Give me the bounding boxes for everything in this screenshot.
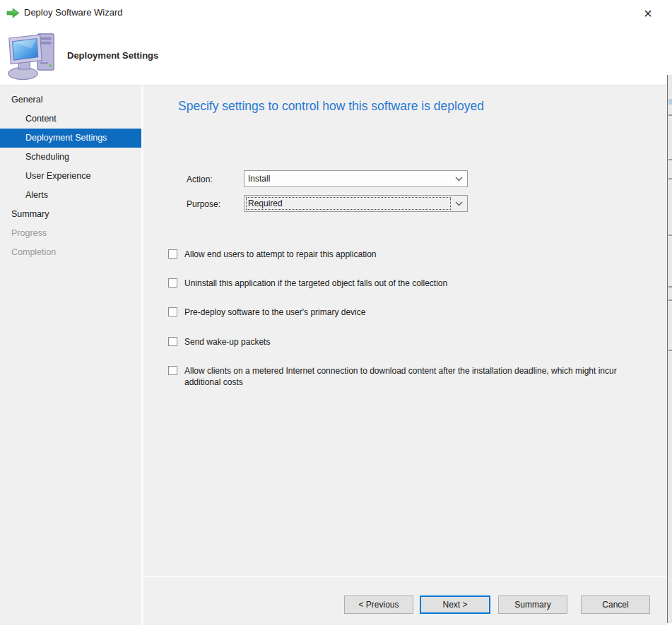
- deployment-settings-panel: Specify settings to control how this sof…: [143, 85, 667, 576]
- computer-icon: [6, 31, 61, 81]
- deploy-software-wizard-window: Deploy Software Wizard ✕ Deployment Sett…: [0, 0, 672, 628]
- chevron-down-icon: [455, 177, 463, 182]
- panel-heading: Specify settings to control how this sof…: [178, 99, 484, 114]
- metered-checkbox-row: Allow clients on a metered Internet conn…: [168, 365, 644, 388]
- background-window-strip: [667, 75, 672, 623]
- sidebar-item-completion: Completion: [0, 243, 141, 262]
- predeploy-checkbox[interactable]: [168, 307, 177, 316]
- summary-button[interactable]: Summary: [498, 596, 567, 614]
- title-bar: Deploy Software Wizard ✕: [0, 0, 667, 27]
- repair-checkbox-row: Allow end users to attempt to repair thi…: [168, 249, 376, 260]
- action-value: Install: [248, 174, 270, 184]
- wizard-header: Deployment Settings: [0, 27, 667, 85]
- wakeup-checkbox[interactable]: [168, 337, 177, 346]
- repair-checkbox[interactable]: [168, 249, 177, 259]
- action-label: Action:: [187, 174, 213, 184]
- uninstall-checkbox[interactable]: [168, 278, 177, 288]
- purpose-value: Required: [248, 199, 283, 208]
- sidebar-item-progress: Progress: [0, 224, 141, 243]
- footer-bar: < Previous Next > Summary Cancel: [143, 577, 667, 625]
- metered-checkbox[interactable]: [168, 366, 177, 375]
- cancel-button[interactable]: Cancel: [581, 596, 650, 614]
- sidebar-item-general[interactable]: General: [0, 90, 141, 109]
- sidebar-item-summary[interactable]: Summary: [0, 205, 141, 224]
- sidebar-item-content[interactable]: Content: [0, 109, 141, 129]
- predeploy-checkbox-row: Pre-deploy software to the user's primar…: [168, 307, 365, 318]
- repair-checkbox-label: Allow end users to attempt to repair thi…: [184, 249, 376, 260]
- window-title: Deploy Software Wizard: [24, 7, 122, 18]
- chevron-down-icon: [455, 201, 463, 206]
- wakeup-checkbox-label: Send wake-up packets: [184, 336, 270, 348]
- wizard-steps-sidebar: General Content Deployment Settings Sche…: [0, 85, 141, 625]
- page-title: Deployment Settings: [67, 50, 158, 61]
- wakeup-checkbox-row: Send wake-up packets: [168, 336, 270, 348]
- uninstall-checkbox-label: Uninstall this application if the target…: [184, 278, 447, 289]
- action-dropdown[interactable]: Install: [244, 170, 468, 187]
- predeploy-checkbox-label: Pre-deploy software to the user's primar…: [184, 307, 365, 318]
- sidebar-item-scheduling[interactable]: Scheduling: [0, 148, 141, 167]
- sidebar-item-alerts[interactable]: Alerts: [0, 186, 141, 205]
- background-window-edge: [667, 0, 672, 628]
- next-button[interactable]: Next >: [420, 596, 490, 614]
- deploy-arrow-icon: [6, 7, 20, 19]
- sidebar-item-user-experience[interactable]: User Experience: [0, 167, 141, 186]
- metered-checkbox-label: Allow clients on a metered Internet conn…: [184, 365, 644, 388]
- sidebar-item-deployment-settings[interactable]: Deployment Settings: [0, 129, 141, 148]
- purpose-dropdown[interactable]: Required: [244, 195, 468, 212]
- purpose-label: Purpose:: [187, 199, 220, 209]
- uninstall-checkbox-row: Uninstall this application if the target…: [168, 278, 447, 289]
- previous-button[interactable]: < Previous: [344, 596, 413, 614]
- close-icon[interactable]: ✕: [637, 3, 659, 24]
